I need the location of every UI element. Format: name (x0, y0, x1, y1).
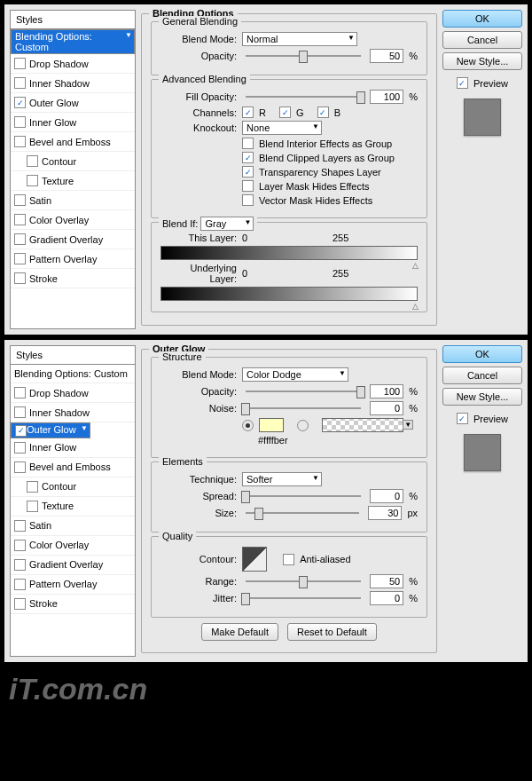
style-color-overlay[interactable]: Color Overlay (11, 210, 135, 230)
spread-slider[interactable] (246, 495, 361, 497)
style-gradient-overlay[interactable]: Gradient Overlay (11, 230, 135, 249)
preview-checkbox[interactable]: ✓ (457, 77, 468, 89)
blend-if-select[interactable]: Gray (200, 217, 254, 231)
checkbox-icon[interactable] (14, 406, 26, 418)
checkbox-icon[interactable] (14, 58, 26, 69)
checkbox-icon[interactable] (14, 520, 26, 532)
opacity-slider[interactable] (246, 390, 361, 392)
outer-glow-panel: Outer Glow Structure Blend Mode:Color Do… (141, 345, 437, 657)
checkbox-icon[interactable] (14, 136, 26, 147)
ok-button[interactable]: OK (442, 10, 522, 28)
checkbox-icon[interactable] (27, 481, 38, 493)
style-satin[interactable]: Satin (11, 517, 135, 536)
reset-default-button[interactable]: Reset to Default (287, 623, 377, 641)
checkbox-icon[interactable] (14, 233, 26, 245)
size-slider[interactable] (246, 512, 359, 514)
style-bevel-emboss[interactable]: Bevel and Emboss (11, 132, 135, 152)
style-texture[interactable]: Texture (11, 497, 135, 517)
channel-b-checkbox[interactable]: ✓ (317, 106, 329, 118)
style-outer-glow[interactable]: ✓Outer Glow (11, 422, 90, 438)
cancel-button[interactable]: Cancel (442, 31, 522, 49)
vector-mask-hides-checkbox[interactable] (242, 194, 254, 206)
style-pattern-overlay[interactable]: Pattern Overlay (11, 575, 135, 595)
range-slider[interactable] (246, 580, 361, 582)
contour-picker[interactable] (242, 547, 267, 572)
knockout-select[interactable]: None (242, 121, 322, 135)
blend-interior-checkbox[interactable] (242, 138, 254, 149)
underlying-layer-gradient[interactable]: △ (160, 287, 418, 301)
channel-r-checkbox[interactable]: ✓ (242, 106, 254, 118)
style-drop-shadow[interactable]: Drop Shadow (11, 54, 135, 74)
checkbox-icon[interactable] (14, 559, 26, 571)
style-inner-glow[interactable]: Inner Glow (11, 438, 135, 458)
checkbox-icon[interactable] (14, 442, 26, 454)
checkbox-icon[interactable] (14, 77, 26, 89)
checkbox-icon[interactable]: ✓ (15, 425, 27, 437)
jitter-slider[interactable] (246, 597, 361, 599)
opacity-input[interactable]: 100 (370, 384, 403, 398)
checkbox-icon[interactable] (14, 540, 26, 551)
checkbox-icon[interactable] (14, 253, 26, 264)
noise-input[interactable]: 0 (370, 401, 403, 415)
style-color-overlay[interactable]: Color Overlay (11, 536, 135, 556)
checkbox-icon[interactable] (14, 579, 26, 590)
noise-slider[interactable] (246, 407, 361, 409)
color-swatch[interactable] (259, 418, 284, 432)
layer-mask-hides-checkbox[interactable] (242, 180, 254, 192)
style-inner-shadow[interactable]: Inner Shadow (11, 74, 135, 93)
checkbox-icon[interactable] (14, 214, 26, 225)
style-stroke[interactable]: Stroke (11, 595, 135, 614)
checkbox-icon[interactable] (14, 387, 26, 398)
style-blending-options[interactable]: Blending Options: Custom (11, 365, 135, 383)
blend-if-group: Blend If: Gray This Layer:0255 △ Underly… (151, 222, 427, 312)
blend-clipped-checkbox[interactable]: ✓ (242, 152, 254, 163)
gradient-radio[interactable] (297, 420, 309, 431)
checkbox-icon[interactable] (14, 462, 26, 473)
checkbox-icon[interactable] (14, 194, 26, 206)
style-texture[interactable]: Texture (11, 171, 135, 191)
ok-button[interactable]: OK (442, 345, 522, 363)
style-contour[interactable]: Contour (11, 477, 135, 497)
make-default-button[interactable]: Make Default (201, 623, 278, 641)
spread-input[interactable]: 0 (370, 489, 403, 503)
style-bevel-emboss[interactable]: Bevel and Emboss (11, 458, 135, 477)
checkbox-icon[interactable] (14, 598, 26, 610)
technique-select[interactable]: Softer (242, 472, 322, 486)
blend-mode-select[interactable]: Normal (242, 32, 357, 46)
fill-opacity-input[interactable]: 100 (370, 90, 403, 104)
style-gradient-overlay[interactable]: Gradient Overlay (11, 556, 135, 575)
style-outer-glow[interactable]: ✓Outer Glow (11, 93, 135, 113)
opacity-slider[interactable] (246, 55, 361, 57)
style-satin[interactable]: Satin (11, 191, 135, 210)
range-input[interactable]: 50 (370, 574, 403, 588)
checkbox-icon[interactable] (14, 272, 26, 284)
style-inner-shadow[interactable]: Inner Shadow (11, 403, 135, 422)
style-contour[interactable]: Contour (11, 152, 135, 171)
cancel-button[interactable]: Cancel (442, 367, 522, 384)
fill-opacity-slider[interactable] (246, 96, 361, 98)
opacity-input[interactable]: 50 (370, 49, 403, 63)
new-style-button[interactable]: New Style... (442, 52, 522, 70)
checkbox-icon[interactable] (14, 116, 26, 128)
preview-checkbox[interactable]: ✓ (457, 413, 468, 424)
checkbox-icon[interactable] (27, 175, 38, 186)
blend-mode-select[interactable]: Color Dodge (242, 367, 348, 382)
checkbox-icon[interactable] (27, 155, 38, 167)
this-layer-gradient[interactable]: △ (160, 246, 418, 260)
checkbox-icon[interactable] (27, 501, 38, 512)
style-pattern-overlay[interactable]: Pattern Overlay (11, 249, 135, 269)
style-blending-options[interactable]: Blending Options: Custom (11, 29, 135, 54)
anti-aliased-checkbox[interactable] (283, 554, 294, 565)
style-stroke[interactable]: Stroke (11, 269, 135, 288)
jitter-input[interactable]: 0 (370, 591, 403, 605)
new-style-button[interactable]: New Style... (442, 388, 522, 406)
checkbox-icon[interactable]: ✓ (14, 97, 26, 108)
size-input[interactable]: 30 (368, 506, 402, 520)
transparency-shapes-checkbox[interactable]: ✓ (242, 166, 254, 178)
style-inner-glow[interactable]: Inner Glow (11, 113, 135, 132)
channel-g-checkbox[interactable]: ✓ (279, 106, 291, 118)
noise-label: Noise: (160, 403, 237, 414)
gradient-picker[interactable] (322, 418, 403, 432)
color-radio[interactable] (242, 420, 254, 431)
style-drop-shadow[interactable]: Drop Shadow (11, 383, 135, 403)
